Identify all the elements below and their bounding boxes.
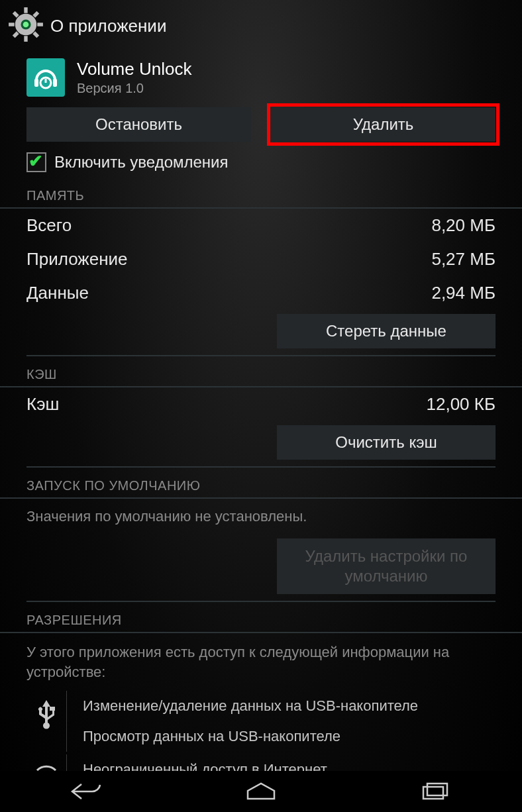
svg-rect-9 [13,11,19,18]
cache-row: Кэш 12,00 КБ [26,387,496,421]
defaults-text: Значения по умолчанию не установлены. [0,499,522,534]
notifications-label: Включить уведомления [54,153,229,172]
action-bar: О приложении [0,0,522,52]
clear-defaults-button: Удалить настройки по умолчанию [277,538,496,594]
clear-cache-button[interactable]: Очистить кэш [277,425,496,460]
storage-data-row: Данные 2,94 МБ [26,276,496,310]
app-name: Volume Unlock [77,59,191,79]
svg-rect-11 [34,79,38,87]
storage-app-value: 5,27 МБ [431,249,496,270]
svg-rect-12 [53,79,57,87]
svg-rect-14 [45,79,47,83]
cache-label: Кэш [26,394,59,415]
usb-icon [26,691,66,752]
storage-app-row: Приложение 5,27 МБ [26,242,496,276]
permission-usb-read: Просмотр данных на USB-накопителе [83,721,496,752]
page-title: О приложении [50,16,166,36]
svg-rect-16 [423,787,443,799]
permission-group-network: Неограниченный доступ в Интернет [0,752,522,771]
cache-value: 12,00 КБ [427,394,496,415]
svg-point-2 [23,22,29,28]
clear-data-button[interactable]: Стереть данные [277,314,496,348]
permission-group-usb: Изменение/удаление данных на USB-накопит… [0,688,522,752]
app-icon [26,58,65,97]
storage-data-label: Данные [26,283,89,303]
defaults-heading: ЗАПУСК ПО УМОЛЧАНИЮ [0,468,522,499]
svg-rect-3 [24,7,27,13]
cache-heading: КЭШ [0,356,522,387]
uninstall-button[interactable]: Удалить [271,107,496,142]
navigation-bar [0,771,522,812]
svg-rect-6 [37,23,43,26]
permission-internet: Неограниченный доступ в Интернет [83,754,496,771]
storage-total-row: Всего 8,20 МБ [26,209,496,242]
svg-rect-17 [427,784,447,795]
permissions-intro: У этого приложения есть доступ к следующ… [0,633,522,688]
permission-usb-modify: Изменение/удаление данных на USB-накопит… [83,691,496,721]
wifi-icon [26,754,66,771]
storage-app-label: Приложение [26,249,128,270]
checkbox-checked-icon: ✔ [26,152,46,172]
svg-rect-10 [32,31,39,38]
force-stop-button[interactable]: Остановить [26,107,251,142]
svg-rect-8 [13,31,19,38]
storage-data-value: 2,94 МБ [431,283,496,303]
storage-heading: ПАМЯТЬ [0,178,522,209]
storage-total-value: 8,20 МБ [431,215,496,236]
storage-total-label: Всего [26,215,72,236]
nav-back-button[interactable] [64,778,110,805]
svg-rect-4 [24,36,27,42]
svg-rect-7 [32,11,39,18]
settings-gear-icon [8,7,44,45]
svg-rect-5 [9,23,15,26]
notifications-checkbox-row[interactable]: ✔ Включить уведомления [0,147,522,178]
app-header: Volume Unlock Версия 1.0 [0,52,522,105]
nav-recent-button[interactable] [412,778,458,805]
app-version: Версия 1.0 [77,81,191,96]
nav-home-button[interactable] [238,778,284,805]
permissions-heading: РАЗРЕШЕНИЯ [0,602,522,633]
